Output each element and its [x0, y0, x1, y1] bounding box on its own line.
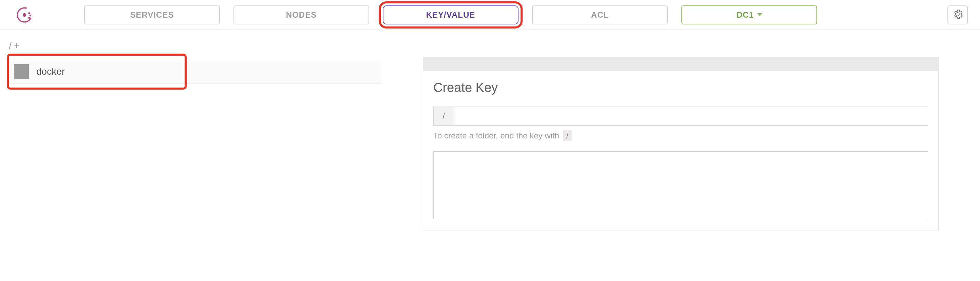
chevron-down-icon	[757, 13, 762, 16]
breadcrumb-plus: +	[14, 40, 20, 52]
folder-help-prefix: To create a folder, end the key with	[433, 131, 559, 140]
tab-nodes[interactable]: NODES	[234, 5, 369, 24]
key-prefix-chip: /	[433, 106, 454, 125]
key-value-textarea[interactable]	[433, 151, 928, 219]
svg-point-1	[23, 13, 26, 16]
breadcrumb[interactable]: / +	[9, 40, 382, 52]
top-nav: SERVICES NODES KEY/VALUE ACL DC1	[0, 0, 980, 30]
breadcrumb-root: /	[9, 40, 11, 52]
tab-services[interactable]: SERVICES	[84, 5, 220, 24]
folder-help-text: To create a folder, end the key with /	[433, 130, 928, 141]
svg-point-3	[30, 14, 31, 16]
kv-row-wrap: docker	[9, 60, 382, 84]
datacenter-dropdown[interactable]: DC1	[681, 5, 817, 24]
consul-logo	[12, 5, 37, 24]
tab-services-label: SERVICES	[130, 10, 174, 20]
slash-chip: /	[563, 130, 572, 141]
kv-list-item[interactable]: docker	[9, 60, 382, 84]
panel-header-stripe	[423, 57, 938, 71]
svg-point-4	[28, 17, 30, 19]
content-area: / + docker Create Key / To create a fold…	[0, 30, 980, 281]
panel-title: Create Key	[433, 81, 928, 95]
kv-browser: / + docker	[9, 40, 382, 281]
key-name-input[interactable]	[454, 106, 928, 125]
tab-acl[interactable]: ACL	[532, 5, 668, 24]
tab-acl-label: ACL	[591, 10, 609, 20]
create-key-panel: Create Key / To create a folder, end the…	[423, 57, 939, 230]
kv-status-swatch	[14, 64, 29, 79]
datacenter-label: DC1	[737, 10, 754, 20]
settings-button[interactable]	[947, 5, 968, 24]
tab-nodes-label: NODES	[286, 10, 317, 20]
key-input-row: /	[433, 106, 928, 125]
nav-tabs: SERVICES NODES KEY/VALUE ACL DC1	[84, 5, 817, 24]
gear-icon	[953, 9, 963, 21]
kv-item-label: docker	[36, 66, 65, 77]
tab-keyvalue[interactable]: KEY/VALUE	[383, 5, 519, 24]
create-key-column: Create Key / To create a folder, end the…	[423, 40, 971, 281]
panel-body: Create Key / To create a folder, end the…	[423, 71, 938, 230]
svg-point-2	[28, 12, 30, 14]
tab-keyvalue-label: KEY/VALUE	[426, 10, 476, 20]
